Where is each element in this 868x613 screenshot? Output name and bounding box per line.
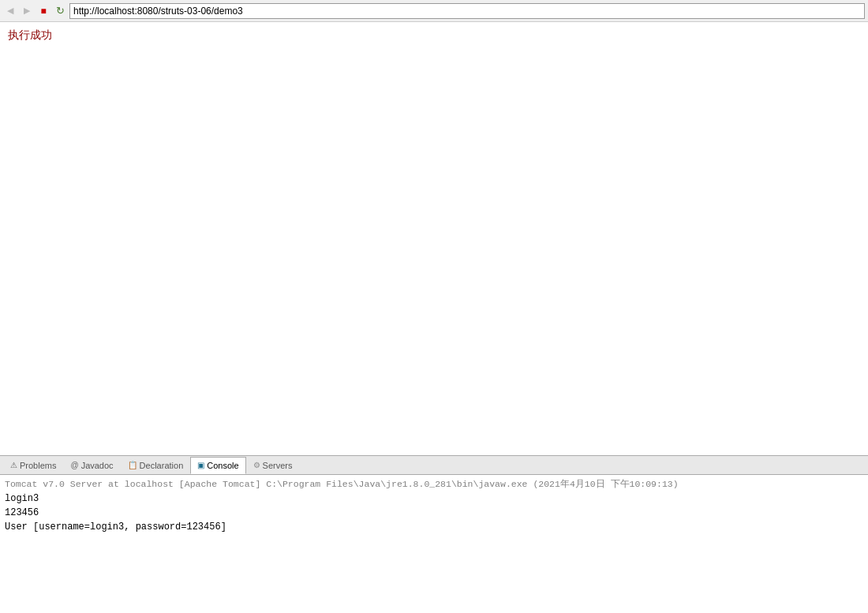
back-button[interactable]: ◀ — [3, 4, 17, 18]
stop-button[interactable]: ■ — [36, 4, 51, 18]
tab-javadoc-label: Javadoc — [81, 461, 114, 470]
tab-problems-label: Problems — [20, 461, 56, 470]
console-tomcat-line: Tomcat v7.0 Server at localhost [Apache … — [5, 478, 863, 490]
javadoc-icon: @ — [70, 461, 78, 469]
problems-icon: ⚠ — [10, 461, 17, 469]
tab-console-label: Console — [207, 461, 238, 470]
tab-javadoc[interactable]: @ Javadoc — [63, 457, 120, 474]
console-line-1: login3 — [5, 492, 863, 506]
page-success-text: 执行成功 — [8, 28, 52, 41]
browser-toolbar: ◀ ▶ ■ ↻ — [0, 0, 868, 22]
console-output: Tomcat v7.0 Server at localhost [Apache … — [0, 475, 868, 613]
tab-bar: ⚠ Problems @ Javadoc 📋 Declaration ▣ Con… — [0, 456, 868, 475]
servers-icon: ⚙ — [253, 461, 260, 469]
bottom-panel: ⚠ Problems @ Javadoc 📋 Declaration ▣ Con… — [0, 455, 868, 613]
console-line-3: User [username=login3, password=123456] — [5, 520, 863, 534]
tab-servers-label: Servers — [263, 461, 293, 470]
tab-servers[interactable]: ⚙ Servers — [246, 457, 300, 474]
browser-content: 执行成功 — [0, 22, 868, 455]
refresh-button[interactable]: ↻ — [53, 4, 67, 18]
tab-declaration[interactable]: 📋 Declaration — [121, 457, 191, 474]
console-icon: ▣ — [197, 461, 204, 469]
address-bar[interactable] — [69, 3, 865, 19]
tab-problems[interactable]: ⚠ Problems — [3, 457, 63, 474]
console-line-2: 123456 — [5, 506, 863, 520]
tab-console[interactable]: ▣ Console — [190, 457, 245, 474]
tab-declaration-label: Declaration — [140, 461, 184, 470]
forward-button[interactable]: ▶ — [20, 4, 34, 18]
declaration-icon: 📋 — [128, 461, 137, 469]
